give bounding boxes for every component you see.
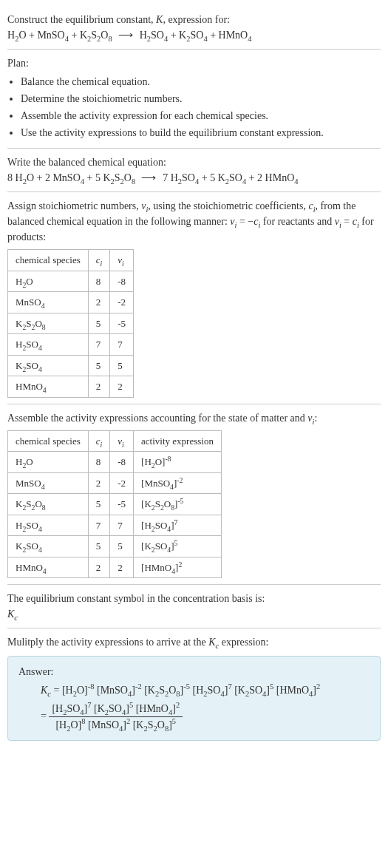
- table-row: H2O8-8: [8, 271, 134, 292]
- stoich-table: chemical species ci νi H2O8-8 MnSO42-2 K…: [7, 249, 134, 398]
- kc-product-line: Kc = [H2O]-8 [MnSO4]-2 [K2S2O8]-5 [H2SO4…: [41, 682, 370, 698]
- table-header-row: chemical species ci νi activity expressi…: [8, 430, 222, 452]
- prompt-section: Construct the equilibrium constant, K, e…: [7, 6, 381, 50]
- fraction-denominator: [H2O]8 [MnSO4]2 [K2S2O8]5: [49, 717, 183, 733]
- coef: 7: [163, 172, 168, 183]
- cell-vi: 5: [110, 536, 134, 557]
- table-row: K2SO455: [8, 355, 134, 376]
- balanced-heading: Write the balanced chemical equation:: [7, 155, 381, 170]
- col-vi: νi: [110, 250, 134, 271]
- plan-item: Use the activity expressions to build th…: [21, 125, 381, 140]
- col-ci: ci: [88, 430, 110, 452]
- cell-vi: -5: [110, 494, 134, 515]
- cell-species: H2O: [8, 452, 89, 473]
- plan-heading: Plan:: [7, 55, 381, 71]
- cell-vi: 5: [110, 355, 134, 376]
- cell-species: MnSO4: [8, 292, 89, 313]
- activity-text: Assemble the activity expressions accoun…: [7, 410, 381, 426]
- cell-ci: 5: [88, 313, 110, 334]
- table-row: H2O8-8[H2O]-8: [8, 452, 222, 473]
- arrow-icon: ⟶: [138, 172, 160, 183]
- cell-species: H2O: [8, 271, 89, 292]
- stoich-section: Assign stoichiometric numbers, νi, using…: [7, 192, 381, 404]
- symbol-section: The equilibrium constant symbol in the c…: [7, 585, 381, 628]
- table-row: MnSO42-2[MnSO4]-2: [8, 472, 222, 494]
- coef: 2: [257, 172, 262, 183]
- cell-activity: [H2SO4]7: [134, 515, 222, 536]
- table-row: H2SO477: [8, 334, 134, 356]
- cell-species: HMnO4: [8, 557, 89, 578]
- cell-species: H2SO4: [8, 515, 89, 536]
- multiply-text: Mulitply the activity expressions to arr…: [7, 634, 381, 650]
- cell-species: K2SO4: [8, 536, 89, 557]
- cell-ci: 7: [88, 334, 110, 356]
- cell-activity: [HMnO4]2: [134, 557, 222, 578]
- cell-vi: -8: [110, 452, 134, 473]
- plan-item: Assemble the activity expression for eac…: [21, 108, 381, 123]
- coef: 5: [95, 172, 101, 183]
- cell-species: K2S2O8: [8, 313, 89, 334]
- cell-ci: 2: [88, 376, 110, 398]
- cell-ci: 5: [88, 355, 110, 376]
- cell-vi: -5: [110, 313, 134, 334]
- balanced-section: Write the balanced chemical equation: 8 …: [7, 149, 381, 192]
- cell-vi: -2: [110, 472, 134, 494]
- cell-species: K2S2O8: [8, 494, 89, 515]
- prompt-text: Construct the equilibrium constant, K, e…: [7, 12, 381, 27]
- answer-label: Answer:: [18, 664, 370, 679]
- cell-ci: 2: [88, 472, 110, 494]
- col-ci: ci: [88, 250, 110, 271]
- table-row: HMnO422[HMnO4]2: [8, 557, 222, 578]
- cell-activity: [H2O]-8: [134, 452, 222, 473]
- col-species: chemical species: [8, 430, 89, 452]
- arrow-icon: ⟶: [115, 30, 137, 41]
- cell-ci: 7: [88, 515, 110, 536]
- cell-activity: [MnSO4]-2: [134, 472, 222, 494]
- table-header-row: chemical species ci νi: [8, 250, 134, 271]
- cell-vi: 2: [110, 376, 134, 398]
- table-row: K2S2O85-5: [8, 313, 134, 334]
- plan-section: Plan: Balance the chemical equation. Det…: [7, 50, 381, 149]
- kc-fraction-line: = [H2SO4]7 [K2SO4]5 [HMnO4]2 [H2O]8 [MnS…: [41, 701, 370, 733]
- cell-ci: 5: [88, 494, 110, 515]
- stoich-text: Assign stoichiometric numbers, νi, using…: [7, 198, 381, 245]
- plan-item: Balance the chemical equation.: [21, 74, 381, 89]
- cell-activity: [K2SO4]5: [134, 536, 222, 557]
- cell-vi: 7: [110, 334, 134, 356]
- cell-ci: 2: [88, 557, 110, 578]
- plan-item: Determine the stoichiometric numbers.: [21, 91, 381, 106]
- cell-species: K2SO4: [8, 355, 89, 376]
- fraction: [H2SO4]7 [K2SO4]5 [HMnO4]2 [H2O]8 [MnSO4…: [49, 701, 183, 733]
- cell-species: MnSO4: [8, 472, 89, 494]
- table-row: MnSO42-2: [8, 292, 134, 313]
- table-row: H2SO477[H2SO4]7: [8, 515, 222, 536]
- cell-vi: 2: [110, 557, 134, 578]
- coef: 2: [45, 172, 50, 183]
- coef: 8: [7, 172, 13, 183]
- table-row: K2S2O85-5[K2S2O8]-5: [8, 494, 222, 515]
- table-row: HMnO422: [8, 376, 134, 398]
- cell-activity: [K2S2O8]-5: [134, 494, 222, 515]
- cell-vi: -2: [110, 292, 134, 313]
- plan-list: Balance the chemical equation. Determine…: [7, 74, 381, 140]
- multiply-section: Mulitply the activity expressions to arr…: [7, 628, 381, 653]
- cell-ci: 5: [88, 536, 110, 557]
- answer-box: Answer: Kc = [H2O]-8 [MnSO4]-2 [K2S2O8]-…: [7, 656, 381, 741]
- cell-vi: 7: [110, 515, 134, 536]
- activity-table: chemical species ci νi activity expressi…: [7, 430, 222, 579]
- symbol-value: Kc: [7, 606, 381, 622]
- fraction-numerator: [H2SO4]7 [K2SO4]5 [HMnO4]2: [49, 701, 183, 717]
- col-vi: νi: [110, 430, 134, 452]
- balanced-equation: 8 H2O + 2 MnSO4 + 5 K2S2O8 ⟶ 7 H2SO4 + 5…: [7, 170, 381, 186]
- cell-species: HMnO4: [8, 376, 89, 398]
- cell-ci: 8: [88, 452, 110, 473]
- activity-section: Assemble the activity expressions accoun…: [7, 404, 381, 586]
- cell-ci: 2: [88, 292, 110, 313]
- symbol-text: The equilibrium constant symbol in the c…: [7, 591, 381, 606]
- cell-species: H2SO4: [8, 334, 89, 356]
- cell-vi: -8: [110, 271, 134, 292]
- coef: 5: [210, 172, 215, 183]
- table-row: K2SO455[K2SO4]5: [8, 536, 222, 557]
- cell-ci: 8: [88, 271, 110, 292]
- col-activity: activity expression: [134, 430, 222, 452]
